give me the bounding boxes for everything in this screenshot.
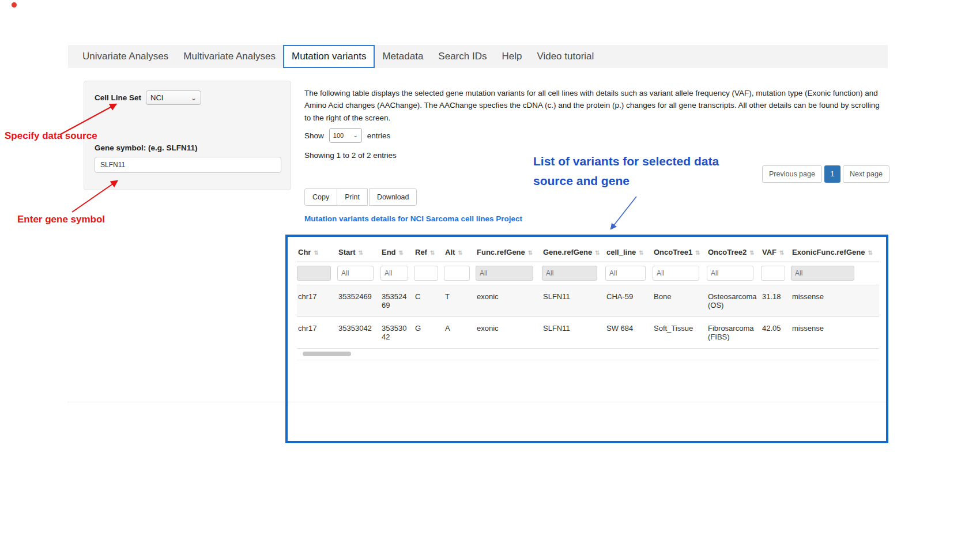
variants-table: Chr⇅ Start⇅ End⇅ Ref⇅ Alt⇅ Func.refGene⇅… — [297, 240, 879, 349]
variants-table-wrapper: Chr⇅ Start⇅ End⇅ Ref⇅ Alt⇅ Func.refGene⇅… — [297, 240, 880, 360]
cell-chr: chr17 — [297, 317, 337, 349]
col-label: End — [382, 248, 396, 256]
filter-cell-line[interactable] — [605, 266, 646, 281]
tab-help[interactable]: Help — [494, 45, 529, 68]
filter-chr[interactable] — [297, 266, 331, 281]
annotation-enter-gene-symbol: Enter gene symbol — [17, 214, 105, 225]
sort-icon: ⇅ — [749, 250, 754, 256]
sort-icon: ⇅ — [430, 250, 435, 256]
filter-ref[interactable] — [414, 266, 438, 281]
next-page-button[interactable]: Next page — [843, 165, 889, 183]
col-label: Func.refGene — [477, 248, 525, 256]
col-header-start[interactable]: Start⇅ — [337, 240, 380, 262]
tab-description: The following table displays the selecte… — [304, 87, 881, 124]
sort-icon: ⇅ — [695, 250, 700, 256]
horizontal-scrollbar — [297, 349, 879, 360]
filter-oncotree2[interactable] — [707, 266, 753, 281]
col-header-cell-line[interactable]: cell_line⇅ — [605, 240, 653, 262]
gene-symbol-label: Gene symbol: (e.g. SLFN11) — [95, 144, 198, 152]
col-label: Ref — [415, 248, 427, 256]
cell-cell-line: SW 684 — [605, 317, 653, 349]
print-button[interactable]: Print — [337, 188, 368, 206]
cell-gene-refgene: SLFN11 — [542, 317, 605, 349]
cell-line-set-value: NCI — [150, 93, 163, 102]
cell-exonicfunc: missense — [791, 285, 879, 317]
cell-exonicfunc: missense — [791, 317, 879, 349]
cell-start: 35352469 — [337, 285, 380, 317]
cell-vaf: 31.18 — [761, 285, 791, 317]
tab-video-tutorial[interactable]: Video tutorial — [529, 45, 601, 68]
col-header-oncotree1[interactable]: OncoTree1⇅ — [653, 240, 707, 262]
annotation-highlight-box: Chr⇅ Start⇅ End⇅ Ref⇅ Alt⇅ Func.refGene⇅… — [285, 235, 888, 443]
col-header-gene-refgene[interactable]: Gene.refGene⇅ — [542, 240, 605, 262]
sort-icon: ⇅ — [314, 250, 318, 256]
col-header-exonicfunc-refgene[interactable]: ExonicFunc.refGene⇅ — [791, 240, 879, 262]
annotation-specify-data-source: Specify data source — [5, 130, 97, 142]
tab-multivariate-analyses[interactable]: Multivariate Analyses — [176, 45, 283, 68]
cell-line-set-label: Cell Line Set — [95, 93, 141, 102]
annotation-variants-note: List of variants for selected data sourc… — [533, 152, 719, 191]
blue-arrow-to-table — [611, 197, 636, 229]
col-header-vaf[interactable]: VAF⇅ — [761, 240, 791, 262]
col-label: Gene.refGene — [543, 248, 592, 256]
cell-gene-refgene: SLFN11 — [542, 285, 605, 317]
cell-oncotree2: Osteosarcoma (OS) — [707, 285, 761, 317]
annotation-variants-note-line2: source and gene — [533, 171, 719, 191]
screen-record-dot — [12, 2, 17, 7]
col-header-ref[interactable]: Ref⇅ — [414, 240, 444, 262]
filter-vaf[interactable] — [761, 266, 785, 281]
sort-icon: ⇅ — [399, 250, 404, 256]
sort-icon: ⇅ — [595, 250, 600, 256]
filter-end[interactable] — [380, 266, 408, 281]
gene-symbol-input[interactable] — [95, 157, 281, 173]
cell-ref: G — [414, 317, 444, 349]
table-export-buttons: Copy Print Download — [304, 188, 417, 206]
download-button[interactable]: Download — [369, 188, 417, 206]
tab-univariate-analyses[interactable]: Univariate Analyses — [75, 45, 176, 68]
filter-gene-refgene[interactable] — [542, 266, 597, 281]
col-header-end[interactable]: End⇅ — [380, 240, 414, 262]
cell-ref: C — [414, 285, 444, 317]
col-header-oncotree2[interactable]: OncoTree2⇅ — [707, 240, 761, 262]
cell-end: 35353042 — [380, 317, 414, 349]
show-entries-control: Show 100 ⌄ entries — [304, 128, 390, 143]
cell-start: 35353042 — [337, 317, 380, 349]
col-header-alt[interactable]: Alt⇅ — [444, 240, 476, 262]
chevron-down-icon: ⌄ — [353, 133, 357, 138]
filter-start[interactable] — [337, 266, 374, 281]
filter-alt[interactable] — [444, 266, 470, 281]
col-header-func-refgene[interactable]: Func.refGene⇅ — [476, 240, 542, 262]
cell-end: 35352469 — [380, 285, 414, 317]
entries-label: entries — [367, 131, 391, 140]
page-1-button[interactable]: 1 — [824, 165, 840, 183]
sort-icon: ⇅ — [779, 250, 784, 256]
filter-oncotree1[interactable] — [653, 266, 699, 281]
sort-icon: ⇅ — [458, 250, 462, 256]
sort-icon: ⇅ — [639, 250, 643, 256]
col-header-chr[interactable]: Chr⇅ — [297, 240, 337, 262]
cell-alt: T — [444, 285, 476, 317]
cell-oncotree1: Soft_Tissue — [653, 317, 707, 349]
sort-icon: ⇅ — [528, 250, 533, 256]
sort-icon: ⇅ — [359, 250, 363, 256]
tab-search-ids[interactable]: Search IDs — [431, 45, 494, 68]
cell-line-set-select[interactable]: NCI ⌄ — [146, 90, 201, 105]
col-label: OncoTree2 — [708, 248, 747, 256]
chevron-down-icon: ⌄ — [191, 95, 197, 101]
horizontal-scrollbar-thumb[interactable] — [303, 352, 351, 356]
filter-exonicfunc-refgene[interactable] — [791, 266, 854, 281]
entries-per-page-select[interactable]: 100 ⌄ — [329, 128, 362, 143]
copy-button[interactable]: Copy — [304, 188, 337, 206]
filter-func-refgene[interactable] — [476, 266, 533, 281]
tab-mutation-variants[interactable]: Mutation variants — [283, 45, 375, 68]
tab-metadata[interactable]: Metadata — [375, 45, 431, 68]
entries-per-page-value: 100 — [333, 132, 344, 139]
previous-page-button[interactable]: Previous page — [762, 165, 822, 183]
cell-line-set-row: Cell Line Set NCI ⌄ — [95, 90, 201, 105]
table-header-row: Chr⇅ Start⇅ End⇅ Ref⇅ Alt⇅ Func.refGene⇅… — [297, 240, 879, 262]
col-label: Alt — [445, 248, 455, 256]
cell-oncotree2: Fibrosarcoma (FIBS) — [707, 317, 761, 349]
col-label: Chr — [298, 248, 311, 256]
show-label: Show — [304, 131, 324, 140]
table-row: chr17 35353042 35353042 G A exonic SLFN1… — [297, 317, 879, 349]
